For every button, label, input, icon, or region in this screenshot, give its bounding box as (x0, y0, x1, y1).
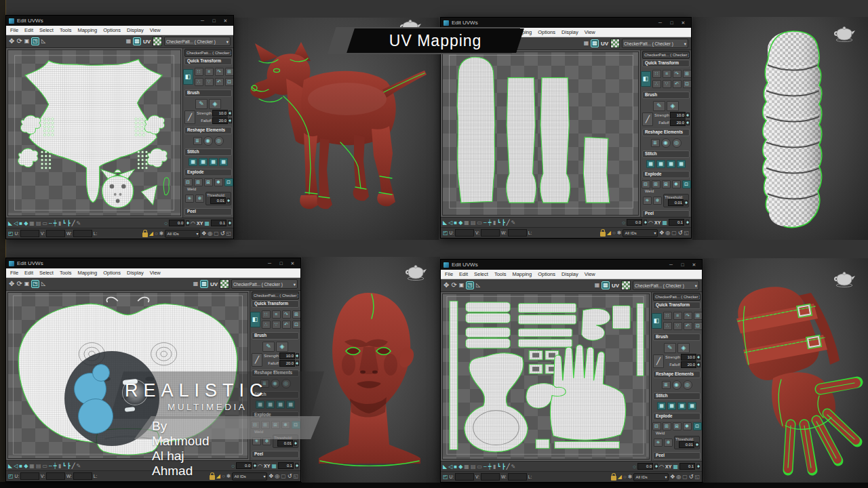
reshape-relax-icon[interactable]: ◉ (203, 136, 213, 146)
stitch-custom-icon[interactable]: ▦ (657, 402, 666, 410)
qt-align-v-icon[interactable]: ∴ (652, 80, 661, 88)
menu-view[interactable]: View (585, 29, 595, 35)
shrink-selection-icon[interactable]: ╌ (484, 464, 487, 470)
qt-center-icon[interactable]: ∵ (205, 78, 214, 86)
explode-by-smoothing-icon[interactable]: ✱ (281, 421, 290, 429)
angle-snap-icon[interactable]: ◢ (149, 230, 153, 237)
v-field[interactable] (481, 473, 500, 481)
menu-options[interactable]: Options (538, 29, 555, 35)
grid-snap-icon[interactable]: ▦ (204, 220, 210, 226)
weld-selected-icon[interactable]: ✳ (643, 197, 652, 205)
move-tool-icon[interactable]: ✥ (9, 281, 14, 287)
shrink-selection-icon[interactable]: ╌ (484, 220, 487, 226)
rollout-stitch[interactable]: Stitch (252, 391, 299, 399)
explode-by-material-icon[interactable]: ⊡ (682, 180, 691, 188)
qt-rotate-cw-icon[interactable]: ↷ (282, 310, 291, 319)
explode-by-smoothing-icon[interactable]: ✱ (683, 422, 692, 430)
uvw-space-icon[interactable]: ◰ (8, 230, 14, 237)
menu-view[interactable]: View (585, 271, 595, 277)
u-field[interactable] (20, 230, 39, 237)
rotate-tool-icon[interactable]: ⟳ (16, 281, 22, 287)
minimize-button[interactable]: ─ (197, 17, 208, 24)
qt-align-v-icon[interactable]: ∴ (195, 78, 203, 86)
weld-all-icon[interactable]: ❄ (653, 197, 662, 205)
falloff-field[interactable]: 20.0 (670, 119, 686, 126)
qt-align-h-icon[interactable]: ∷ (195, 68, 203, 76)
menu-options[interactable]: Options (538, 271, 555, 277)
edge-loop-icon[interactable]: ┗ (497, 220, 500, 226)
angle-snap-icon[interactable]: ◢ (618, 474, 622, 480)
element-mode-icon[interactable]: ▦ (464, 220, 469, 226)
qt-align-v-icon[interactable]: ∴ (663, 322, 672, 330)
menu-file[interactable]: File (10, 27, 18, 33)
select-lasso-icon[interactable]: ◁ (448, 220, 452, 226)
minimize-button[interactable]: ─ (666, 261, 676, 268)
paint-deselect-icon[interactable]: ✎ (511, 220, 516, 226)
menu-select[interactable]: Select (39, 270, 54, 276)
checker-texture-icon[interactable] (610, 39, 620, 48)
qt-align-grid-icon[interactable]: ⊞ (683, 70, 692, 78)
qt-mode-icon[interactable]: ◧ (250, 312, 260, 327)
mirror-tool-icon[interactable]: ◺ (41, 281, 45, 287)
falloff-curve-icon[interactable]: ◠ (258, 463, 262, 469)
rollout-explode[interactable]: Explode (653, 413, 701, 420)
soft-selection-icon[interactable]: ◌ (231, 463, 235, 469)
strength-spinner[interactable] (229, 110, 232, 116)
select-by-element-icon[interactable]: ▤ (471, 464, 476, 470)
falloff-curve-icon[interactable]: ◠ (659, 464, 664, 470)
zoom-selected-icon[interactable]: ◱ (293, 473, 298, 479)
explode-by-material-icon[interactable]: ⊡ (292, 421, 300, 429)
rollout-explode[interactable]: Explode (252, 411, 299, 419)
texture-dropdown[interactable]: CheckerPatt... ( Checker ) ▾ (633, 281, 699, 290)
grow-selection-icon[interactable]: ▭ (42, 220, 47, 226)
paint-select-icon[interactable]: ╱ (507, 220, 510, 226)
falloff-spinner[interactable] (697, 362, 701, 367)
paint-select-icon[interactable]: ╱ (72, 463, 75, 469)
edge-ring-icon[interactable]: ┣ (67, 463, 71, 469)
threshold-field[interactable]: 0.01 (277, 440, 293, 447)
select-arrow-icon[interactable]: ◣ (443, 464, 447, 470)
zoom-icon[interactable]: ◎ (665, 230, 670, 236)
qt-align-v-icon[interactable]: ∴ (262, 321, 271, 329)
rotate-angle-field[interactable]: 0.0 (637, 463, 653, 470)
snap-toggle-icon[interactable]: ❄ (226, 473, 231, 479)
lock-selection-icon[interactable] (210, 475, 215, 480)
w-field[interactable] (73, 472, 92, 480)
qt-align-h-icon[interactable]: ∷ (663, 312, 672, 320)
tile-pattern-icon[interactable]: ▦ (193, 281, 199, 287)
tile-pattern-icon[interactable]: ▦ (126, 38, 132, 45)
reshape-straighten-icon[interactable]: ≣ (662, 381, 671, 389)
rollout-reshape-elements[interactable]: Reshape Elements (184, 127, 232, 134)
pan-hand-icon[interactable]: ✥ (201, 230, 206, 237)
stitch-target-icon[interactable]: ▦ (219, 158, 228, 166)
grid-size-field[interactable]: 0.1 (211, 220, 226, 226)
rollout-peel[interactable]: Peel (252, 451, 299, 458)
scale-tool-icon[interactable]: ▣ (24, 38, 30, 45)
uv-editor-canvas[interactable] (6, 48, 182, 218)
weld-selected-icon[interactable]: ✳ (185, 195, 194, 203)
rotate-tool-icon[interactable]: ⟳ (16, 38, 22, 45)
scale-tool-icon[interactable]: ▣ (24, 281, 30, 287)
paint-move-brush-icon[interactable]: ✎ (664, 343, 676, 353)
edge-loop-icon[interactable]: ┗ (62, 220, 66, 226)
qt-mode-icon[interactable]: ◧ (183, 69, 193, 85)
zoom-icon[interactable]: ◎ (208, 230, 212, 237)
snap-toggle-icon[interactable]: ❄ (628, 474, 633, 480)
rollout-stitch[interactable]: Stitch (184, 148, 232, 156)
material-id-filter-dropdown[interactable]: All IDs ▾ (232, 472, 267, 481)
zoom-selected-icon[interactable]: ◱ (226, 230, 231, 237)
polygon-mode-icon[interactable]: ◆ (24, 220, 28, 226)
rollout-stitch[interactable]: Stitch (642, 150, 690, 158)
select-arrow-icon[interactable]: ◣ (8, 220, 12, 226)
element-mode-icon[interactable]: ▦ (464, 464, 469, 470)
polygon-mode-icon[interactable]: ◆ (24, 463, 28, 469)
grid-size-spinner[interactable] (686, 220, 689, 225)
freeform-tool-icon[interactable]: ◳ (31, 280, 39, 288)
panel-texture-dropdown[interactable]: CheckerPatt... ( Checker ) ▾ (184, 49, 232, 57)
shrink-selection-icon[interactable]: ╌ (49, 463, 52, 469)
weld-all-icon[interactable]: ❄ (664, 439, 673, 447)
weld-all-icon[interactable]: ❄ (262, 437, 271, 445)
v-field[interactable] (46, 230, 65, 237)
reshape-circle-icon[interactable]: ◎ (214, 136, 224, 146)
select-lasso-icon[interactable]: ◁ (448, 464, 452, 470)
